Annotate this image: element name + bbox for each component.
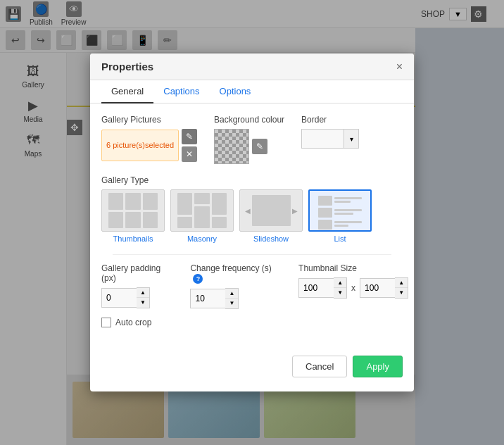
edit-colour-button[interactable]: ✎ bbox=[252, 139, 267, 154]
gallery-types-list: Thumbnails Masonry bbox=[101, 189, 403, 243]
masonry-grid bbox=[177, 193, 227, 228]
cancel-button[interactable]: Cancel bbox=[292, 356, 347, 377]
slide-left-arrow: ◀ bbox=[245, 207, 251, 215]
divider bbox=[113, 254, 391, 255]
change-frequency-label: Change frequency (s) ? bbox=[190, 263, 282, 284]
border-section: Border ▾ bbox=[301, 115, 403, 149]
masonry-preview bbox=[170, 189, 234, 232]
bottom-controls-row: Gallery padding (px) ▲ ▼ Change frequenc… bbox=[101, 263, 403, 309]
thumb-width-control: ▲ ▼ bbox=[298, 277, 347, 299]
modal-header: Properties × bbox=[90, 54, 414, 80]
thumbnails-label: Thumbnails bbox=[113, 234, 153, 243]
thumbnail-size-control: ▲ ▼ x ▲ ▼ bbox=[298, 277, 403, 299]
background-colour-label: Background colour bbox=[214, 115, 284, 125]
change-frequency-up[interactable]: ▲ bbox=[225, 289, 238, 299]
modal-title: Properties bbox=[101, 61, 153, 73]
autocrop-checkbox[interactable] bbox=[101, 318, 111, 327]
autocrop-label: Auto crop bbox=[115, 318, 151, 327]
type-list[interactable]: List bbox=[308, 189, 372, 243]
border-input[interactable] bbox=[301, 129, 344, 149]
properties-modal: Properties × General Captions Options Ga… bbox=[90, 54, 414, 391]
slideshow-label: Slideshow bbox=[253, 234, 289, 243]
pictures-selected: selected bbox=[145, 140, 174, 151]
thumb-width-input[interactable] bbox=[298, 278, 334, 298]
thumbnail-size-label: Thumbnail Size bbox=[298, 263, 403, 273]
modal-tabs: General Captions Options bbox=[90, 80, 414, 104]
gallery-padding-up[interactable]: ▲ bbox=[137, 288, 149, 298]
change-frequency-down[interactable]: ▼ bbox=[225, 299, 238, 308]
masonry-label: Masonry bbox=[187, 234, 217, 243]
gallery-type-section: Gallery Type bbox=[101, 175, 403, 243]
modal-footer: Cancel Apply bbox=[90, 356, 414, 377]
gallery-padding-control: ▲ ▼ bbox=[101, 287, 173, 308]
tab-general[interactable]: General bbox=[101, 80, 153, 104]
list-view bbox=[315, 193, 365, 228]
edit-pictures-button[interactable]: ✎ bbox=[182, 129, 197, 144]
colour-swatch[interactable] bbox=[214, 129, 249, 164]
thumb-height-up[interactable]: ▲ bbox=[395, 278, 408, 288]
gallery-pictures-box: 6 picture(s) selected ✎ ✕ bbox=[101, 129, 197, 162]
gallery-padding-group: Gallery padding (px) ▲ ▼ bbox=[101, 263, 173, 308]
thumb-height-spinner: ▲ ▼ bbox=[395, 277, 408, 299]
tab-captions[interactable]: Captions bbox=[153, 80, 209, 104]
change-frequency-help[interactable]: ? bbox=[193, 274, 203, 284]
type-slideshow[interactable]: ◀ ▶ Slideshow bbox=[239, 189, 303, 243]
tab-options[interactable]: Options bbox=[210, 80, 261, 104]
thumb-width-down[interactable]: ▼ bbox=[334, 288, 346, 298]
slideshow-view: ◀ ▶ bbox=[245, 193, 298, 228]
type-masonry[interactable]: Masonry bbox=[170, 189, 234, 243]
border-dropdown-button[interactable]: ▾ bbox=[344, 129, 359, 149]
modal-body: Gallery Pictures 6 picture(s) selected ✎… bbox=[90, 104, 414, 350]
thumb-width-spinner: ▲ ▼ bbox=[334, 277, 347, 299]
pictures-buttons: ✎ ✕ bbox=[182, 129, 197, 162]
size-x-label: x bbox=[351, 283, 355, 293]
gallery-padding-down[interactable]: ▼ bbox=[137, 298, 149, 308]
colour-box: ✎ bbox=[214, 129, 284, 164]
thumb-height-control: ▲ ▼ bbox=[360, 277, 408, 299]
thumb-height-input[interactable] bbox=[360, 278, 395, 298]
modal-close-button[interactable]: × bbox=[396, 61, 403, 73]
thumbnail-size-group: Thumbnail Size ▲ ▼ x bbox=[298, 263, 403, 299]
border-control: ▾ bbox=[301, 129, 403, 149]
gallery-padding-label: Gallery padding (px) bbox=[101, 263, 173, 283]
type-thumbnails[interactable]: Thumbnails bbox=[101, 189, 165, 243]
change-frequency-control: ▲ ▼ bbox=[190, 288, 282, 309]
gallery-padding-input[interactable] bbox=[101, 288, 137, 308]
thumb-width-up[interactable]: ▲ bbox=[334, 278, 346, 288]
background-colour-section: Background colour ✎ bbox=[214, 115, 284, 164]
list-preview bbox=[308, 189, 372, 232]
autocrop-row: Auto crop bbox=[101, 318, 403, 327]
gallery-pictures-label: Gallery Pictures bbox=[101, 115, 197, 125]
change-frequency-input[interactable] bbox=[190, 289, 225, 308]
thumbnails-preview bbox=[101, 189, 165, 232]
slide-main-area bbox=[252, 195, 291, 226]
thumbnails-grid bbox=[108, 193, 158, 228]
pictures-count: 6 picture(s) bbox=[106, 140, 145, 151]
slideshow-preview: ◀ ▶ bbox=[239, 189, 303, 232]
border-label: Border bbox=[301, 115, 403, 125]
modal-overlay: Properties × General Captions Options Ga… bbox=[0, 0, 504, 445]
thumb-height-down[interactable]: ▼ bbox=[395, 288, 408, 298]
gallery-padding-spinner: ▲ ▼ bbox=[137, 287, 150, 308]
gallery-pictures-section: Gallery Pictures 6 picture(s) selected ✎… bbox=[101, 115, 197, 162]
change-frequency-group: Change frequency (s) ? ▲ ▼ bbox=[190, 263, 282, 309]
pictures-tag: 6 picture(s) selected bbox=[101, 130, 179, 161]
gallery-type-label: Gallery Type bbox=[101, 175, 403, 185]
apply-button[interactable]: Apply bbox=[353, 356, 403, 377]
remove-pictures-button[interactable]: ✕ bbox=[182, 146, 197, 162]
slide-right-arrow: ▶ bbox=[292, 207, 298, 215]
change-frequency-spinner: ▲ ▼ bbox=[225, 288, 239, 309]
list-label: List bbox=[334, 234, 346, 243]
top-controls-row: Gallery Pictures 6 picture(s) selected ✎… bbox=[101, 115, 403, 164]
